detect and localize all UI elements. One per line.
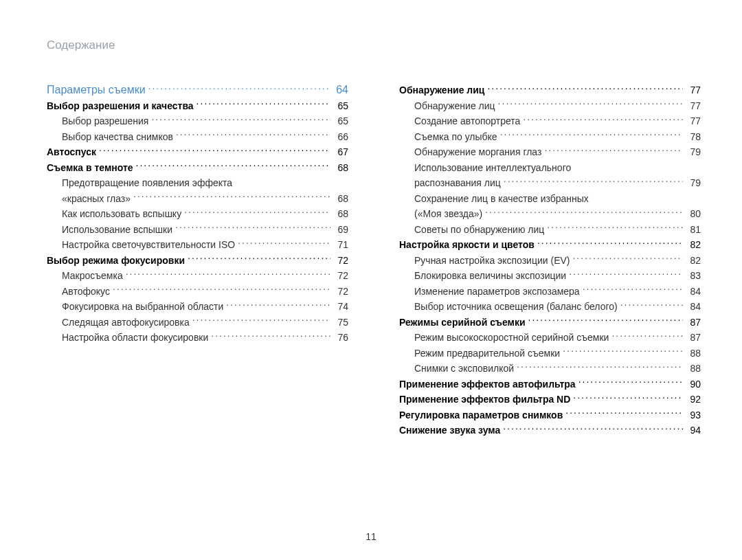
toc-label[interactable]: Снижение звука зума <box>399 423 500 438</box>
toc-page-number[interactable]: 93 <box>686 407 701 423</box>
toc-label[interactable]: Обнаружение лиц <box>399 82 484 98</box>
toc-page-number[interactable]: 88 <box>686 346 701 361</box>
toc-label[interactable]: Как использовать вспышку <box>62 206 181 222</box>
toc-row: Автоспуск67 <box>47 144 348 160</box>
toc-page-number[interactable]: 76 <box>333 330 348 346</box>
toc-page-number[interactable]: 79 <box>686 175 701 191</box>
toc-label[interactable]: Блокировка величины экспозиции <box>414 268 566 284</box>
toc-page-number[interactable]: 67 <box>333 144 348 160</box>
toc-label[interactable]: Выбор разрешения <box>62 113 148 129</box>
toc-label[interactable]: Съемка в темноте <box>47 160 133 176</box>
toc-row: Параметры съемки64 <box>47 82 348 98</box>
toc-label[interactable]: Регулировка параметров снимков <box>399 407 563 423</box>
toc-leader-dots <box>99 146 330 155</box>
toc-label[interactable]: Выбор режима фокусировки <box>47 253 185 269</box>
toc-leader-dots <box>563 347 683 357</box>
toc-leader-dots <box>192 316 330 326</box>
toc-page-number[interactable]: 71 <box>333 237 348 253</box>
toc-label[interactable]: Сохранение лиц в качестве избранных <box>414 191 589 207</box>
toc-label[interactable]: Предотвращение появления эффекта <box>62 175 232 191</box>
toc-leader-dots <box>544 146 683 155</box>
toc-label[interactable]: Настройка яркости и цветов <box>399 237 535 253</box>
toc-page-number[interactable]: 77 <box>686 82 701 98</box>
toc-label[interactable]: («Моя звезда») <box>414 206 482 222</box>
toc-label[interactable]: Режим высокоскоростной серийной съемки <box>414 330 609 346</box>
toc-leader-dots <box>528 316 683 326</box>
page-number: 11 <box>0 531 742 542</box>
toc-page-number[interactable]: 74 <box>333 299 348 315</box>
toc-page-number[interactable]: 68 <box>333 160 348 176</box>
toc-label[interactable]: Съемка по улыбке <box>414 129 497 145</box>
toc-row: Ручная настройка экспозиции (EV)82 <box>399 253 701 269</box>
toc-page-number[interactable]: 82 <box>686 253 701 269</box>
toc-label[interactable]: распознавания лиц <box>414 175 501 191</box>
toc-page-number[interactable]: 84 <box>686 284 701 300</box>
toc-label[interactable]: Обнаружение лиц <box>414 98 495 114</box>
toc-label[interactable]: Режимы серийной съемки <box>399 315 526 331</box>
toc-leader-dots <box>184 208 330 217</box>
toc-label[interactable]: Обнаружение моргания глаз <box>414 144 541 160</box>
toc-left-column: Параметры съемки64Выбор разрешения и кач… <box>47 82 348 438</box>
toc-label[interactable]: Макросъемка <box>62 268 123 284</box>
toc-label[interactable]: Применение эффектов автофильтра <box>399 377 576 392</box>
toc-leader-dots <box>611 331 683 341</box>
toc-page-number[interactable]: 82 <box>686 237 701 253</box>
toc-page-number[interactable]: 79 <box>686 144 701 160</box>
toc-page-number[interactable]: 77 <box>686 98 701 114</box>
toc-label[interactable]: Использование интеллектуального <box>414 160 571 176</box>
toc-page-number[interactable]: 65 <box>333 113 348 129</box>
toc-label[interactable]: Автофокус <box>62 284 110 300</box>
toc-leader-dots <box>498 100 683 109</box>
toc-page-number[interactable]: 90 <box>686 377 701 392</box>
toc-label[interactable]: Изменение параметров экспозамера <box>414 284 580 300</box>
toc-page-number[interactable]: 72 <box>333 268 348 284</box>
toc-label[interactable]: Ручная настройка экспозиции (EV) <box>414 253 570 269</box>
toc-page-number[interactable]: 75 <box>333 315 348 331</box>
toc-page-number[interactable]: 77 <box>686 113 701 129</box>
toc-page-number[interactable]: 87 <box>686 315 701 331</box>
toc-label[interactable]: Параметры съемки <box>47 82 146 98</box>
toc-page-number[interactable]: 87 <box>686 330 701 346</box>
toc-leader-dots <box>523 115 683 124</box>
toc-label[interactable]: Автоспуск <box>47 144 96 160</box>
toc-page-number[interactable]: 72 <box>333 284 348 300</box>
toc-label[interactable]: Выбор источника освещения (баланс белого… <box>414 299 618 315</box>
toc-label[interactable]: Настройка светочувствительности ISO <box>62 237 235 253</box>
toc-page-number[interactable]: 64 <box>333 82 348 98</box>
toc-page-number[interactable]: 72 <box>333 253 348 269</box>
toc-label[interactable]: Настройка области фокусировки <box>62 330 208 346</box>
toc-page-number[interactable]: 92 <box>686 392 701 407</box>
toc-label[interactable]: Режим предварительной съемки <box>414 346 560 361</box>
toc-label[interactable]: Выбор разрешения и качества <box>47 98 194 114</box>
toc-page-number[interactable]: 94 <box>686 423 701 438</box>
toc-label[interactable]: Создание автопортрета <box>414 113 520 129</box>
toc-label[interactable]: Применение эффектов фильтра ND <box>399 392 570 407</box>
toc-page-number[interactable]: 66 <box>333 129 348 145</box>
toc-label[interactable]: Выбор качества снимков <box>62 129 173 145</box>
toc-leader-dots <box>126 269 330 279</box>
toc-label[interactable]: «красных глаз» <box>62 191 131 207</box>
toc-page-number[interactable]: 80 <box>686 206 701 222</box>
toc-row: Режим высокоскоростной серийной съемки87 <box>399 330 701 346</box>
toc-page-number[interactable]: 83 <box>686 268 701 284</box>
toc-leader-dots <box>136 161 330 171</box>
toc-label[interactable]: Снимки с эксповилкой <box>414 361 514 377</box>
toc-label[interactable]: Использование вспышки <box>62 222 172 238</box>
toc-label[interactable]: Советы по обнаружению лиц <box>414 222 544 238</box>
toc-page-number[interactable]: 68 <box>333 206 348 222</box>
toc-row: Съемка по улыбке78 <box>399 129 701 145</box>
toc-page-number[interactable]: 69 <box>333 222 348 238</box>
toc-page-number[interactable]: 68 <box>333 191 348 207</box>
toc-row: Автофокус72 <box>47 284 348 300</box>
toc-page-number[interactable]: 84 <box>686 299 701 315</box>
toc-row: Регулировка параметров снимков93 <box>399 407 701 423</box>
toc-leader-dots <box>133 192 330 202</box>
toc-page-number[interactable]: 81 <box>686 222 701 238</box>
toc-page-number[interactable]: 65 <box>333 98 348 114</box>
toc-columns: Параметры съемки64Выбор разрешения и кач… <box>47 82 701 438</box>
toc-label[interactable]: Фокусировка на выбранной области <box>62 299 223 315</box>
toc-page-number[interactable]: 78 <box>686 129 701 145</box>
toc-label[interactable]: Следящая автофокусировка <box>62 315 190 331</box>
page-header: Содержание <box>47 38 701 52</box>
toc-page-number[interactable]: 88 <box>686 361 701 377</box>
